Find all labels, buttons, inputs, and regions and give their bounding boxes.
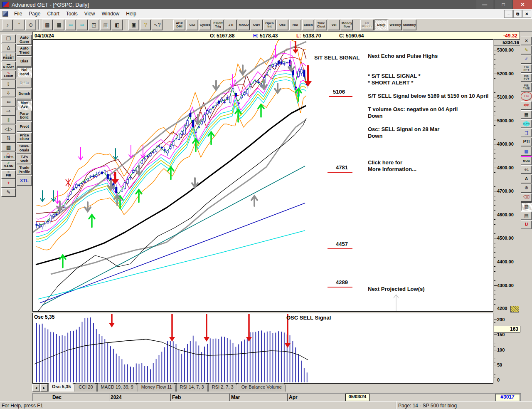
tab-money-flow-11[interactable]: Money Flow 11 — [138, 383, 176, 392]
left-arrow-down-icon[interactable]: ⇩ — [1, 89, 16, 97]
indicator-macd[interactable]: MACD — [238, 20, 250, 30]
tab-rsi-14-7-3[interactable]: RSI 14, 7, 3 — [176, 383, 208, 392]
tab-macd-19-39-9[interactable]: MACD 19, 39, 9 — [97, 383, 137, 392]
help-icon[interactable]: ? — [140, 20, 151, 30]
page-pin-icon[interactable]: ♪ — [2, 20, 13, 30]
timeframe-weekly[interactable]: Weekly — [389, 20, 402, 30]
delete-x-icon[interactable]: ✕ — [521, 37, 532, 45]
tab-osc-5-35[interactable]: Osc 5,35 — [48, 383, 74, 392]
study-bias[interactable]: Bias — [17, 56, 32, 67]
ellipse-icon[interactable]: ELIPS — [521, 119, 532, 128]
child-close-button[interactable]: ✕ — [522, 10, 531, 18]
left-crosshair-icon[interactable]: + — [1, 179, 16, 188]
pencil-icon[interactable]: ✎ — [521, 46, 532, 55]
timeframe-daily[interactable]: Daily — [374, 20, 388, 30]
study-trade-profile[interactable]: Trade Profile — [17, 165, 32, 175]
left-gann-icon[interactable]: ∕∕GANN — [1, 161, 16, 170]
quote-icon[interactable]: ” — [14, 20, 25, 30]
value-zoom-icon[interactable]: ⊙1 — [521, 165, 532, 174]
menu-tools[interactable]: Tools — [63, 10, 81, 18]
menu-window[interactable]: Window — [99, 10, 123, 18]
save-icon[interactable]: ▦ — [54, 20, 64, 30]
oscillator-chart[interactable] — [33, 313, 493, 383]
menu-page[interactable]: Page — [25, 10, 44, 18]
study-delta[interactable]: Delta — [17, 78, 32, 88]
indicator-elliott-trig[interactable]: Elliott Trig — [212, 20, 224, 30]
child-minimize-button[interactable]: – — [504, 10, 513, 18]
indicator-money-flow[interactable]: Money flow — [341, 20, 353, 30]
tab-cci-20[interactable]: CCI 20 — [75, 383, 96, 392]
child-restore-button[interactable]: ⧉ — [513, 10, 522, 18]
fib-extension-button[interactable]: FIB EXT — [521, 73, 532, 82]
study-para--bolic[interactable]: Para- bolic — [17, 111, 32, 121]
maximize-button[interactable]: □ — [495, 0, 512, 9]
menu-help[interactable]: Help — [123, 10, 140, 18]
indicator-vol[interactable]: Vol — [328, 20, 340, 30]
regression-icon[interactable]: ⇶ — [521, 129, 532, 137]
left-grid-icon[interactable]: ▦ — [1, 143, 16, 151]
left-expand-bars-icon[interactable]: ◁▷ — [1, 125, 16, 134]
menu-view[interactable]: View — [81, 10, 99, 18]
trendlines-icon[interactable]: ∕∕∕ — [521, 55, 532, 64]
indicator-osc[interactable]: Osc — [276, 20, 288, 30]
left-elliott-icon[interactable]: ∿Elliott — [1, 71, 16, 79]
study-pivot[interactable]: Pivot — [17, 121, 32, 132]
fib-retracement-button[interactable]: FIB RET — [521, 64, 532, 73]
indicator-adx-dmi[interactable]: ADX DMI — [173, 20, 185, 30]
axis-scale-icon[interactable] — [510, 306, 519, 312]
indicator-jti[interactable]: JTI — [225, 20, 237, 30]
tab-on-balance-volume[interactable]: On Balance Volume — [238, 383, 286, 392]
notes-icon[interactable]: ▤ — [521, 211, 532, 220]
context-help-icon[interactable]: ↖? — [152, 20, 163, 30]
fib-time-button[interactable]: FIB TIME — [521, 83, 532, 92]
left-study-icon[interactable]: ▬STUDY — [1, 62, 16, 70]
magnet-icon[interactable]: U — [521, 221, 532, 229]
tab-rsi-2-7-3[interactable]: RSI 2, 7, 3 — [208, 383, 237, 392]
left-vertical-scale-icon[interactable]: ⇅ — [1, 134, 16, 143]
indicator-rsi[interactable]: RSI — [289, 20, 301, 30]
study-mov-ave[interactable]: Mov Ave — [17, 100, 32, 110]
oscillator-panel[interactable]: Osc 5,35 OSC SELL Signal — [32, 313, 493, 384]
grid-blue-icon[interactable]: ▦ — [521, 147, 532, 156]
menu-chart[interactable]: Chart — [44, 10, 62, 18]
menu-file[interactable]: File — [11, 10, 25, 18]
left-arrow-up-icon[interactable]: ⇧ — [1, 80, 16, 89]
indicator-time-clust[interactable]: Time Clust — [315, 20, 327, 30]
study-donch[interactable]: Donch — [17, 89, 32, 99]
eraser-icon[interactable]: ⌫ — [521, 193, 532, 202]
study-xtl[interactable]: XTL — [17, 176, 32, 186]
indicator-open-int[interactable]: Open Int — [264, 20, 276, 30]
left-optimize-icon[interactable]: ∆ — [1, 44, 16, 52]
timeframe-60-minute[interactable]: 60 Minute — [360, 20, 374, 30]
indicator-cci[interactable]: CCI — [186, 20, 198, 30]
tab-scroll-right[interactable]: ► — [40, 384, 48, 392]
study-seas--onals[interactable]: Seas- onals — [17, 143, 32, 154]
left-reset-icon[interactable]: ⇠⇢RESET — [1, 52, 16, 61]
oscillator-axis[interactable]: 200150100500163 — [494, 313, 520, 383]
print-icon[interactable]: ▣ — [128, 20, 139, 30]
prev-page-icon[interactable]: ⇦ — [65, 20, 76, 30]
fan-lines-icon[interactable]: ⋘ — [521, 101, 532, 110]
left-properties-icon[interactable]: ✎ — [1, 188, 16, 197]
text-tool-icon[interactable]: A — [521, 175, 532, 183]
zoom-tool-icon[interactable]: ⊙ — [25, 20, 36, 30]
left-open-chart-icon[interactable]: ❐ — [1, 35, 16, 43]
timeframe-monthly[interactable]: Monthly — [403, 20, 416, 30]
price-axis[interactable]: 5334.165300.005200.005100.005000.004900.… — [494, 40, 520, 311]
left-compress-bars-icon[interactable]: ‖ — [1, 116, 16, 124]
candlestick-chart[interactable]: S/T SELL SIGNALNext Echo and Pulse Highs… — [33, 40, 493, 311]
pti-button[interactable]: PTI — [521, 138, 532, 146]
indicator-stoch[interactable]: Stoch — [302, 20, 314, 30]
marquee-icon[interactable]: ▧ — [521, 202, 532, 211]
study-auto-gann[interactable]: Auto Gann — [17, 35, 32, 45]
tile-windows-icon[interactable]: ◧ — [112, 20, 123, 30]
tab-scroll-left[interactable]: ◄ — [32, 384, 40, 392]
zoom-in-icon[interactable]: ⊕ — [521, 184, 532, 193]
close-button[interactable]: ✕ — [512, 0, 532, 9]
fib-circle-icon[interactable]: FIB — [521, 92, 532, 101]
main-chart[interactable]: S/T SELL SIGNALNext Echo and Pulse Highs… — [32, 40, 493, 312]
next-page-icon[interactable]: ⇨ — [77, 20, 88, 30]
indicator-cycles[interactable]: Cycles — [199, 20, 211, 30]
left-fib-icon[interactable]: ≡FIB — [1, 170, 16, 179]
left-lines-icon[interactable]: ∕∖LINES — [1, 152, 16, 161]
